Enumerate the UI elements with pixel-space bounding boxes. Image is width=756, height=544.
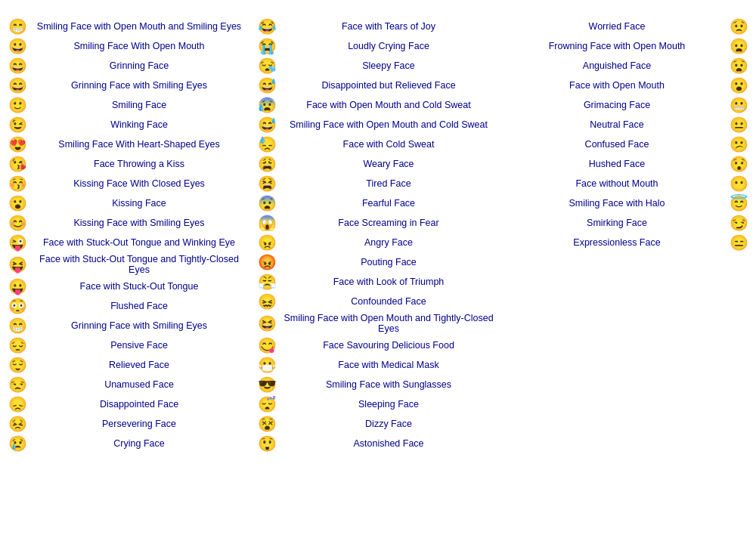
list-item: 😤Face with Look of Triumph — [253, 272, 503, 292]
list-item: Confused Face😕 — [503, 134, 752, 154]
emoji-icon: 😮 — [728, 78, 749, 93]
list-item: 😂Face with Tears of Joy — [253, 17, 503, 36]
emoji-icon: 😏 — [728, 215, 749, 230]
emoji-icon: 😜 — [7, 235, 28, 250]
emoji-icon: 😄 — [7, 58, 28, 73]
emoji-icon: 😮 — [7, 196, 28, 211]
emoji-icon: 😎 — [256, 377, 277, 392]
emoji-label: Face with Cold Sweat — [277, 139, 500, 150]
emoji-icon: 😅 — [256, 117, 277, 132]
list-item: 😄Grinning Face with Smiling Eyes — [4, 76, 253, 95]
emoji-label: Smiling Face with Sunglasses — [277, 379, 500, 390]
emoji-label: Disappointed Face — [28, 399, 250, 410]
emoji-icon: 😂 — [256, 19, 277, 34]
emoji-icon: 😞 — [7, 397, 28, 412]
list-item: Face without Mouth😶 — [503, 174, 752, 193]
emoji-icon: 😁 — [7, 318, 28, 333]
emoji-icon: 😖 — [256, 294, 277, 309]
emoji-icon: 😇 — [728, 196, 749, 211]
emoji-label: Dizzy Face — [277, 419, 500, 429]
list-item: 😉Winking Face — [4, 115, 253, 134]
emoji-icon: 😁 — [7, 19, 28, 34]
list-item: Worried Face😟 — [503, 17, 752, 36]
emoji-label: Pouting Face — [277, 257, 500, 267]
list-item: 😩Weary Face — [253, 154, 503, 174]
list-item: 😅Smiling Face with Open Mouth and Cold S… — [253, 115, 503, 134]
emoji-label: Grimacing Face — [506, 100, 728, 110]
emoji-label: Kissing Face with Smiling Eyes — [28, 218, 250, 228]
emoji-label: Persevering Face — [28, 419, 250, 429]
emoji-label: Grinning Face with Smiling Eyes — [28, 80, 250, 91]
list-item: 😄Grinning Face — [4, 56, 253, 76]
emoji-icon: 😓 — [256, 137, 277, 152]
emoji-icon: 😕 — [728, 137, 749, 152]
list-item: Hushed Face😯 — [503, 154, 752, 174]
emoji-label: Face with Look of Triumph — [277, 277, 500, 287]
list-item: 😛Face with Stuck-Out Tongue — [4, 277, 253, 296]
list-item: 😒Unamused Face — [4, 375, 253, 394]
emoji-icon: 😄 — [7, 78, 28, 93]
emoji-label: Anguished Face — [506, 60, 728, 71]
list-item: 😠Angry Face — [253, 233, 503, 252]
emoji-icon: 😋 — [256, 338, 277, 353]
emoji-icon: 😰 — [256, 97, 277, 113]
emoji-icon: 😝 — [7, 257, 28, 272]
emoji-icon: 😀 — [7, 39, 28, 54]
emoji-label: Smiling Face with Halo — [506, 198, 728, 209]
emoji-label: Kissing Face — [28, 198, 250, 209]
list-item: Face with Open Mouth😮 — [503, 76, 752, 95]
list-item: 😷Face with Medical Mask — [253, 355, 503, 375]
emoji-icon: 😭 — [256, 39, 277, 54]
list-item: 😰Face with Open Mouth and Cold Sweat — [253, 95, 503, 115]
list-item: Anguished Face😧 — [503, 56, 752, 76]
list-item: 😓Face with Cold Sweat — [253, 134, 503, 154]
emoji-icon: 😐 — [728, 117, 749, 132]
emoji-label: Face with Medical Mask — [277, 360, 500, 370]
list-item: 😌Relieved Face — [4, 355, 253, 375]
emoji-icon: 😧 — [728, 58, 749, 73]
emoji-icon: 😛 — [7, 279, 28, 294]
emoji-icon: 😩 — [256, 156, 277, 172]
emoji-label: Winking Face — [28, 119, 250, 130]
emoji-label: Fearful Face — [277, 198, 500, 209]
emoji-icon: 😔 — [7, 338, 28, 353]
list-item: 😁Smiling Face with Open Mouth and Smilin… — [4, 17, 253, 36]
emoji-icon: 😳 — [7, 298, 28, 314]
emoji-label: Face Screaming in Fear — [277, 218, 500, 228]
list-item: 😁Grinning Face with Smiling Eyes — [4, 316, 253, 335]
list-item: Neutral Face😐 — [503, 115, 752, 134]
emoji-label: Smiling Face With Open Mouth — [28, 41, 250, 51]
emoji-icon: 😷 — [256, 357, 277, 372]
emoji-icon: 😠 — [256, 235, 277, 250]
emoji-icon: 😉 — [7, 117, 28, 132]
emoji-icon: 😵 — [256, 416, 277, 431]
emoji-icon: 😊 — [7, 215, 28, 230]
emoji-label: Face with Tears of Joy — [277, 21, 500, 32]
emoji-icon: 😯 — [728, 156, 749, 172]
emoji-label: Confounded Face — [277, 296, 500, 307]
emoji-label: Tired Face — [277, 178, 500, 189]
emoji-label: Smiling Face With Heart-Shaped Eyes — [28, 139, 250, 150]
emoji-label: Hushed Face — [506, 159, 728, 169]
emoji-icon: 😍 — [7, 137, 28, 152]
list-item: 😵Dizzy Face — [253, 414, 503, 434]
emoji-icon: 😢 — [7, 436, 28, 451]
list-item: 😨Fearful Face — [253, 193, 503, 213]
emoji-icon: 😡 — [256, 255, 277, 270]
emoji-icon: 😨 — [256, 196, 277, 211]
list-item: 😚Kissing Face With Closed Eyes — [4, 174, 253, 193]
emoji-icon: 😶 — [728, 176, 749, 191]
emoji-icon: 😑 — [728, 235, 749, 250]
emoji-label: Unamused Face — [28, 379, 250, 390]
column-mid: 😂Face with Tears of Joy😭Loudly Crying Fa… — [253, 17, 503, 453]
emoji-label: Angry Face — [277, 237, 500, 248]
emoji-label: Grinning Face with Smiling Eyes — [28, 320, 250, 331]
emoji-label: Face Savouring Delicious Food — [277, 340, 500, 351]
emoji-icon: 😱 — [256, 215, 277, 230]
emoji-label: Expressionless Face — [506, 237, 728, 248]
emoji-label: Disappointed but Relieved Face — [277, 80, 500, 91]
emoji-label: Flushed Face — [28, 301, 250, 311]
list-item: 😪Sleepy Face — [253, 56, 503, 76]
list-item: Frowning Face with Open Mouth😦 — [503, 36, 752, 56]
list-item: Expressionless Face😑 — [503, 233, 752, 252]
